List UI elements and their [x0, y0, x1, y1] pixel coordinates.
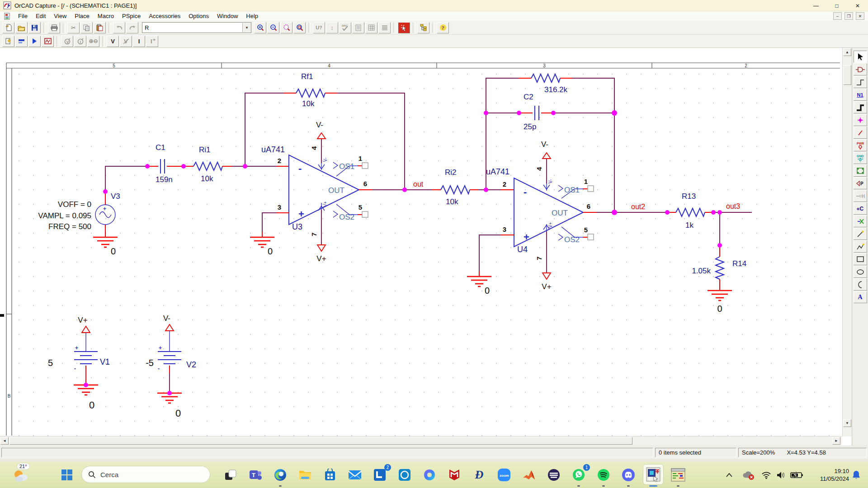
- r13-value[interactable]: 1k: [685, 221, 693, 230]
- task-view-button[interactable]: [222, 466, 240, 484]
- u3-ref[interactable]: U3: [292, 222, 302, 231]
- undo-button[interactable]: [113, 22, 125, 33]
- menu-macro[interactable]: Macro: [94, 13, 118, 19]
- matlab-icon[interactable]: [520, 466, 538, 484]
- combobox-dropdown-arrow-icon[interactable]: ▼: [242, 23, 251, 32]
- ri2-ref[interactable]: Ri2: [445, 168, 457, 177]
- discord-icon[interactable]: [619, 466, 637, 484]
- horizontal-scroll-thumb[interactable]: [9, 437, 632, 445]
- v3-freq[interactable]: FREQ = 500: [48, 222, 91, 231]
- u3-gnd-label[interactable]: 0: [268, 246, 273, 256]
- bill-of-materials-button[interactable]: [365, 22, 377, 33]
- r14-gnd-label[interactable]: 0: [717, 304, 722, 314]
- menu-help[interactable]: Help: [242, 13, 262, 19]
- open-document-button[interactable]: [15, 22, 28, 33]
- pspice-layout-icon[interactable]: [669, 466, 687, 484]
- u3-pin1-terminal[interactable]: [362, 163, 368, 169]
- place-net-alias-tool[interactable]: N1: [854, 89, 867, 101]
- c1-ref[interactable]: C1: [156, 143, 165, 152]
- menu-accessories[interactable]: Accessories: [145, 13, 184, 19]
- horizontal-scrollbar[interactable]: ◄ ►: [0, 436, 842, 446]
- v2-gnd-label[interactable]: 0: [175, 408, 181, 419]
- taskbar-search-box[interactable]: Cerca: [81, 466, 210, 483]
- part-search-combobox[interactable]: R ▼: [142, 22, 251, 33]
- v3-gnd-label[interactable]: 0: [111, 246, 116, 256]
- enable-bias-current-display-button[interactable]: I: [133, 36, 145, 47]
- place-off-page-connector-tool[interactable]: «C: [854, 202, 867, 215]
- v3-ref[interactable]: V3: [111, 192, 120, 201]
- select-tool[interactable]: [854, 51, 867, 63]
- r13-ref[interactable]: R13: [682, 192, 696, 201]
- u4-pin1-terminal[interactable]: [588, 186, 594, 192]
- view-simulation-results-button[interactable]: [42, 36, 54, 47]
- vplus-label[interactable]: V+: [542, 282, 551, 291]
- vplus-label[interactable]: V+: [316, 254, 326, 263]
- v1-value[interactable]: 5: [48, 358, 53, 368]
- place-wire-tool[interactable]: [854, 76, 867, 88]
- microsoft-365-copilot-icon[interactable]: [420, 466, 439, 484]
- place-no-connect-tool[interactable]: [854, 215, 867, 227]
- microsoft-store-icon[interactable]: [321, 466, 339, 484]
- scroll-down-arrow[interactable]: ▼: [843, 419, 851, 427]
- r14-value[interactable]: 1.05k: [692, 267, 711, 275]
- mdi-restore-button[interactable]: ❐: [844, 12, 853, 20]
- u3-part-name[interactable]: uA741: [261, 145, 285, 154]
- design-rules-check-button[interactable]: DRC: [339, 22, 351, 33]
- c1-value[interactable]: 159n: [156, 175, 173, 184]
- place-power-tool[interactable]: PWR: [854, 139, 867, 151]
- ri2-value[interactable]: 10k: [446, 197, 458, 206]
- disney-plus-icon[interactable]: Đ: [470, 466, 488, 484]
- vminus-label[interactable]: V-: [163, 314, 170, 323]
- toggle-voltage-selected-button[interactable]: V: [120, 36, 132, 47]
- u4-part-name[interactable]: uA741: [486, 167, 509, 176]
- draw-polyline-tool[interactable]: [854, 240, 867, 253]
- create-netlist-button[interactable]: [352, 22, 364, 33]
- orcad-capture-taskbar-button[interactable]: [643, 464, 664, 485]
- ri1-value[interactable]: 10k: [201, 174, 213, 183]
- mail-icon[interactable]: [346, 466, 364, 484]
- minimize-button[interactable]: ―: [806, 0, 826, 11]
- back-annotate-button[interactable]: ↕: [326, 22, 338, 33]
- place-hierarchical-block-tool[interactable]: [854, 164, 867, 177]
- notification-bell-icon[interactable]: [849, 466, 863, 484]
- maximize-button[interactable]: □: [826, 0, 847, 11]
- vminus-label[interactable]: V-: [316, 121, 323, 129]
- vminus-label[interactable]: V-: [541, 140, 548, 149]
- wifi-tray-icon[interactable]: [760, 466, 773, 484]
- taskbar-clock[interactable]: 19:10 11/05/2024: [820, 467, 849, 483]
- eclipse-icon[interactable]: [545, 466, 563, 484]
- rf1-ref[interactable]: Rf1: [301, 72, 313, 81]
- zoom-out-button[interactable]: [267, 22, 279, 33]
- scroll-right-arrow[interactable]: ►: [832, 437, 840, 445]
- run-pspice-button[interactable]: [28, 36, 41, 47]
- help-button[interactable]: ?: [437, 22, 449, 33]
- file-explorer-icon[interactable]: [296, 466, 314, 484]
- start-button[interactable]: [58, 466, 76, 484]
- zoom-all-button[interactable]: [293, 22, 306, 33]
- menu-options[interactable]: Options: [184, 13, 213, 19]
- close-button[interactable]: ✕: [847, 0, 868, 11]
- ri1-ref[interactable]: Ri1: [199, 145, 211, 154]
- new-simulation-profile-button[interactable]: [2, 36, 14, 47]
- rf1-value[interactable]: 10k: [302, 99, 315, 108]
- u4-gnd-label[interactable]: 0: [485, 286, 490, 296]
- battery-tray-icon[interactable]: [788, 466, 805, 484]
- paste-button[interactable]: [94, 22, 106, 33]
- alexa-icon[interactable]: [396, 466, 414, 484]
- annotate-button[interactable]: U?: [313, 22, 325, 33]
- vertical-scroll-thumb[interactable]: [843, 65, 851, 85]
- enable-bias-voltage-display-button[interactable]: V: [107, 36, 119, 47]
- voltage-marker-button[interactable]: V: [61, 36, 73, 47]
- cross-reference-button[interactable]: [378, 22, 391, 33]
- menu-view[interactable]: View: [50, 13, 71, 19]
- mdi-minimize-button[interactable]: –: [833, 12, 842, 20]
- tray-overflow-chevron[interactable]: [722, 466, 736, 484]
- cut-button[interactable]: ✂: [67, 22, 80, 33]
- place-text-tool[interactable]: A: [854, 291, 867, 303]
- toggle-current-selected-button[interactable]: I: [146, 36, 158, 47]
- print-button[interactable]: [48, 22, 60, 33]
- u4-ref[interactable]: U4: [517, 245, 528, 254]
- menu-edit[interactable]: Edit: [32, 13, 50, 19]
- new-document-button[interactable]: [2, 22, 14, 33]
- zoom-icon[interactable]: zoom: [495, 466, 513, 484]
